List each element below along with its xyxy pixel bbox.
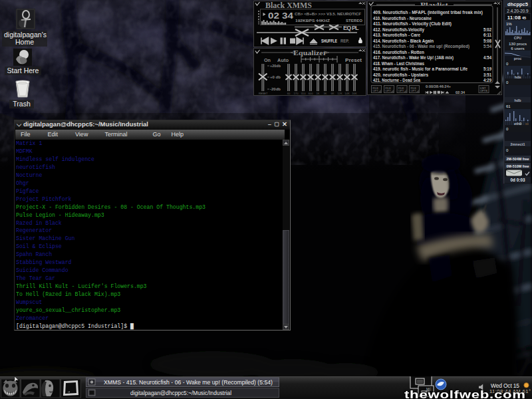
- svg-text:416. neuroticfish - Rotten: 416. neuroticfish - Rotten: [373, 50, 424, 55]
- svg-text:4:54: 4:54: [483, 55, 491, 60]
- svg-text:EQ PL: EQ PL: [343, 25, 359, 31]
- svg-text:+0 db: +0 db: [270, 76, 281, 79]
- svg-text:02 34: 02 34: [268, 11, 294, 21]
- svg-text:3K: 3K: [323, 92, 327, 95]
- svg-text:CB> <B+B> >>> V3.5. NEUROTIC: CB> <B+B> >>> V3.5. NEUROTICF: [295, 13, 361, 16]
- svg-text:digitalpagan@dhcppc5:~/Music/I: digitalpagan@dhcppc5:~/Music/Industrial: [130, 390, 231, 396]
- svg-text:On: On: [264, 58, 271, 63]
- svg-text:0d 0:03: 0d 0:03: [510, 178, 525, 182]
- svg-text:SHUFFLE: SHUFFLE: [321, 39, 337, 43]
- svg-text:5:08: 5:08: [483, 39, 491, 43]
- svg-text:12K: 12K: [337, 92, 342, 95]
- svg-text:1K: 1K: [316, 92, 319, 95]
- svg-text:XMMS - 415. Neuroticfish - 06: XMMS - 415. Neuroticfish - 06 - Wake me …: [104, 379, 273, 386]
- svg-text:411. Neuroticfish - Velocity (: 411. Neuroticfish - Velocity (Club Edit): [373, 21, 452, 27]
- svg-text:310: 310: [301, 92, 307, 95]
- svg-text:61: 61: [506, 104, 511, 108]
- svg-text:415. Neuroticfish - 06 - Wake: 415. Neuroticfish - 06 - Wake me up! (Re…: [373, 44, 469, 49]
- svg-text:OPT: OPT: [411, 89, 417, 92]
- svg-text:dhcppc5: dhcppc5: [507, 1, 528, 7]
- svg-text:130 procs: 130 procs: [509, 41, 527, 46]
- svg-text:409. Neuroticfish - MFAPL (int: 409. Neuroticfish - MFAPL (intelligent t…: [373, 10, 483, 15]
- svg-text:OPT: OPT: [373, 89, 379, 92]
- svg-text:192KBPS 44KHZ: 192KBPS 44KHZ: [295, 19, 331, 23]
- svg-text:proc: proc: [514, 57, 522, 61]
- svg-text:0:00/38:46:24+: 0:00/38:46:24+: [426, 84, 451, 88]
- svg-text:16K: 16K: [352, 92, 357, 95]
- svg-text:5:19: 5:19: [483, 66, 491, 71]
- svg-text:11:08 45: 11:08 45: [507, 15, 526, 21]
- svg-text:4:29: 4:29: [483, 78, 491, 82]
- svg-text:-20db: -20db: [270, 88, 281, 91]
- svg-text:STEREO: STEREO: [346, 19, 362, 23]
- svg-text:5:54: 5:54: [483, 44, 491, 49]
- svg-text:410. Neuroticfish - Neurocaine: 410. Neuroticfish - Neurocaine: [373, 16, 432, 21]
- svg-text:RESET: RESET: [259, 92, 268, 95]
- svg-text:60: 60: [287, 92, 291, 95]
- svg-text:419. neurotic fish - Music for: 419. neurotic fish - Music for a Paranor…: [373, 66, 467, 71]
- svg-text:170: 170: [294, 92, 299, 95]
- svg-text:hdb: hdb: [515, 98, 522, 102]
- svg-text:OPTS: OPTS: [480, 89, 487, 92]
- svg-text:420. neuroticfish - Upstairs: 420. neuroticfish - Upstairs: [373, 72, 428, 78]
- svg-text:02:34: 02:34: [456, 90, 466, 94]
- svg-text:412. Neuroticfish-Velocity: 412. Neuroticfish-Velocity: [373, 27, 424, 33]
- svg-text:421. Nocturne - Dead Sea: 421. Nocturne - Dead Sea: [373, 78, 420, 82]
- svg-text:CPU: CPU: [514, 36, 521, 40]
- svg-text:6K: 6K: [331, 92, 334, 95]
- svg-text:414. Neuroticfish - Black Agai: 414. Neuroticfish - Black Again: [373, 39, 434, 44]
- svg-text:Preset: Preset: [345, 58, 362, 63]
- svg-text:5:02: 5:02: [483, 27, 491, 32]
- svg-text:OPT: OPT: [398, 89, 404, 92]
- svg-text:0M-510M free: 0M-510M free: [506, 164, 529, 168]
- svg-text:Equalizer: Equalizer: [293, 49, 327, 57]
- svg-text:417. Neuroticfish - Wake Me Up: 417. Neuroticfish - Wake Me Up! (JAB mix…: [373, 55, 454, 61]
- svg-text:+20db: +20db: [270, 65, 281, 68]
- svg-text:6 users: 6 users: [511, 46, 524, 51]
- svg-text:6:11: 6:11: [483, 33, 491, 37]
- svg-text:hda: hda: [515, 75, 522, 79]
- svg-text:2M-504M free: 2M-504M free: [506, 157, 529, 161]
- svg-text:1%: 1%: [506, 22, 512, 26]
- svg-text:2mnect1: 2mnect1: [511, 142, 525, 146]
- svg-text:Auto: Auto: [277, 58, 289, 63]
- svg-text:600: 600: [309, 92, 314, 95]
- svg-text:2.4.20-20.9: 2.4.20-20.9: [507, 9, 529, 13]
- svg-text:eth0: eth0: [514, 122, 521, 126]
- svg-text:Black XMMS: Black XMMS: [265, 1, 312, 9]
- svg-text:14K: 14K: [344, 92, 350, 95]
- svg-text:OPT: OPT: [386, 89, 392, 92]
- svg-text:413. Neuroticfish - Care: 413. Neuroticfish - Care: [373, 33, 420, 37]
- svg-text:418. Wham - Last Christmas: 418. Wham - Last Christmas: [373, 61, 424, 66]
- svg-text:3:51: 3:51: [483, 72, 491, 77]
- svg-text:REP.: REP.: [340, 39, 349, 43]
